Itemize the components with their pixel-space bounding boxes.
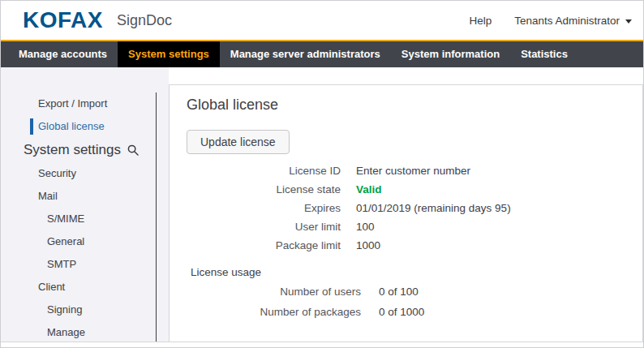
user-menu-label: Tenants Administrator <box>514 15 620 27</box>
user-menu[interactable]: Tenants Administrator <box>514 15 632 27</box>
license-state-label: License state <box>187 180 341 199</box>
field-row-license-id: License ID Enter customer number <box>187 161 626 180</box>
tab-statistics[interactable]: Statistics <box>510 41 578 67</box>
package-limit-label: Package limit <box>187 236 341 255</box>
field-row-user-limit: User limit 100 <box>187 217 626 236</box>
sidebar-section-label: System settings <box>24 138 121 162</box>
sidebar: Export / Import Global license System se… <box>1 67 169 342</box>
sidebar-item-manage[interactable]: Manage <box>1 321 169 342</box>
number-of-users-label: Number of users <box>187 281 361 302</box>
sidebar-item-export-import[interactable]: Export / Import <box>1 92 169 115</box>
usage-row-packages: Number of packages 0 of 1000 <box>187 302 626 322</box>
help-link[interactable]: Help <box>469 15 492 27</box>
expires-value: 01/01/2019 (remaining days 95) <box>356 199 511 217</box>
sidebar-item-smtp[interactable]: SMTP <box>1 253 169 276</box>
sidebar-item-global-license[interactable]: Global license <box>1 115 169 138</box>
top-header: KOFAX SignDoc Help Tenants Administrator <box>1 1 643 40</box>
tab-system-settings[interactable]: System settings <box>118 41 220 67</box>
usage-row-users: Number of users 0 of 100 <box>187 281 626 302</box>
sidebar-item-mail[interactable]: Mail <box>1 185 169 208</box>
license-id-value: Enter customer number <box>356 161 470 180</box>
product-name: SignDoc <box>117 12 172 29</box>
tab-manage-server-administrators[interactable]: Manage server administrators <box>220 41 391 67</box>
update-license-button[interactable]: Update license <box>187 130 290 154</box>
sidebar-item-smime[interactable]: S/MIME <box>1 208 169 230</box>
sidebar-item-general[interactable]: General <box>1 230 169 253</box>
tab-manage-accounts[interactable]: Manage accounts <box>8 41 118 67</box>
sidebar-item-signing[interactable]: Signing <box>1 299 169 321</box>
global-license-panel: Global license Update license License ID… <box>169 84 643 342</box>
sidebar-section-system-settings: System settings <box>1 138 169 162</box>
number-of-packages-value: 0 of 1000 <box>379 302 424 322</box>
field-row-package-limit: Package limit 1000 <box>187 236 626 255</box>
license-id-label: License ID <box>187 161 341 180</box>
user-limit-label: User limit <box>187 217 341 236</box>
app-window: KOFAX SignDoc Help Tenants Administrator… <box>0 0 644 348</box>
chevron-down-icon <box>625 19 632 24</box>
license-usage-section: License usage Number of users 0 of 100 N… <box>187 263 626 322</box>
field-row-license-state: License state Valid <box>187 180 626 199</box>
package-limit-value: 1000 <box>356 236 380 255</box>
expires-label: Expires <box>187 199 341 217</box>
number-of-packages-label: Number of packages <box>187 302 361 322</box>
content-area: Export / Import Global license System se… <box>1 67 643 342</box>
search-icon[interactable] <box>127 144 139 156</box>
sidebar-item-security[interactable]: Security <box>1 162 169 185</box>
license-usage-title: License usage <box>191 263 626 281</box>
footer-strip <box>1 342 643 347</box>
kofax-logo: KOFAX <box>23 9 103 32</box>
main-nav: Manage accounts System settings Manage s… <box>1 41 643 67</box>
sidebar-item-client[interactable]: Client <box>1 276 169 299</box>
page-title: Global license <box>187 96 626 114</box>
tab-system-information[interactable]: System information <box>391 41 510 67</box>
license-state-value: Valid <box>356 180 382 199</box>
field-row-expires: Expires 01/01/2019 (remaining days 95) <box>187 199 626 217</box>
number-of-users-value: 0 of 100 <box>379 281 419 302</box>
license-details: License ID Enter customer number License… <box>187 161 626 255</box>
user-limit-value: 100 <box>356 217 375 236</box>
